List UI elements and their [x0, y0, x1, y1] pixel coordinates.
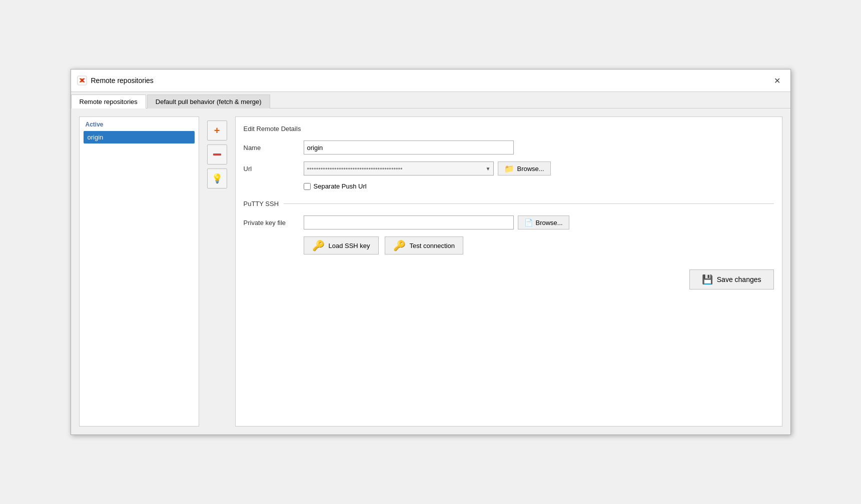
- section-title: Edit Remote Details: [244, 125, 774, 132]
- left-panel: Active origin: [79, 116, 199, 426]
- load-ssh-icon: 🔑: [312, 240, 325, 252]
- remove-icon: [213, 154, 221, 156]
- url-select[interactable]: ••••••••••••••••••••••••••••••••••••••••…: [304, 162, 494, 176]
- name-row: Name: [244, 140, 774, 154]
- url-row: Url ••••••••••••••••••••••••••••••••••••…: [244, 162, 774, 176]
- ssh-action-buttons: 🔑 Load SSH key 🔑 Test connection: [304, 236, 774, 254]
- separate-push-url-row: Separate Push Url: [304, 182, 774, 190]
- load-ssh-key-button[interactable]: 🔑 Load SSH key: [304, 236, 379, 254]
- putty-ssh-label: PuTTY SSH: [244, 200, 284, 208]
- svg-text:✕: ✕: [80, 76, 86, 84]
- save-row: 💾 Save changes: [244, 270, 774, 290]
- remove-remote-button[interactable]: [207, 144, 227, 164]
- app-icon: ✕ ✕: [77, 76, 87, 86]
- divider-line: [284, 204, 773, 204]
- active-label: Active: [84, 121, 195, 128]
- window-title: Remote repositories: [91, 76, 154, 84]
- test-connection-icon: 🔑: [393, 240, 406, 252]
- url-label: Url: [244, 165, 304, 172]
- title-bar: ✕ ✕ Remote repositories ✕: [71, 70, 790, 92]
- browse-key-button[interactable]: 📄 Browse...: [518, 216, 569, 230]
- url-wrapper: ••••••••••••••••••••••••••••••••••••••••…: [304, 162, 494, 176]
- private-key-input[interactable]: [304, 216, 514, 230]
- title-bar-left: ✕ ✕ Remote repositories: [77, 76, 154, 86]
- add-icon: +: [214, 125, 220, 136]
- tab-remote-repositories[interactable]: Remote repositories: [71, 94, 146, 108]
- folder-icon: 📁: [504, 164, 514, 174]
- add-remote-button[interactable]: +: [207, 120, 227, 140]
- separate-push-url-checkbox[interactable]: [304, 183, 311, 190]
- save-icon: 💾: [702, 274, 713, 285]
- test-connection-button[interactable]: 🔑 Test connection: [385, 236, 463, 254]
- save-changes-button[interactable]: 💾 Save changes: [689, 270, 774, 290]
- putty-ssh-divider: PuTTY SSH: [244, 200, 774, 208]
- middle-buttons: + 💡: [207, 116, 227, 426]
- file-icon: 📄: [524, 218, 533, 226]
- list-item-origin[interactable]: origin: [84, 131, 195, 144]
- hint-button[interactable]: 💡: [207, 168, 227, 188]
- tab-default-pull[interactable]: Default pull behavior (fetch & merge): [147, 94, 270, 108]
- dialog-window: ✕ ✕ Remote repositories ✕ Remote reposit…: [71, 69, 791, 435]
- private-key-row: Private key file 📄 Browse...: [244, 216, 774, 230]
- name-input[interactable]: [304, 140, 514, 154]
- close-button[interactable]: ✕: [770, 74, 784, 88]
- tab-bar: Remote repositories Default pull behavio…: [71, 92, 790, 108]
- separate-push-url-label: Separate Push Url: [314, 182, 367, 190]
- browse-url-button[interactable]: 📁 Browse...: [498, 162, 551, 176]
- name-label: Name: [244, 144, 304, 152]
- private-key-label: Private key file: [244, 219, 304, 226]
- hint-icon: 💡: [212, 173, 223, 184]
- dialog-body: Active origin + 💡 Edit Remote Details Na…: [71, 108, 790, 434]
- right-panel: Edit Remote Details Name Url •••••••••••…: [235, 116, 782, 426]
